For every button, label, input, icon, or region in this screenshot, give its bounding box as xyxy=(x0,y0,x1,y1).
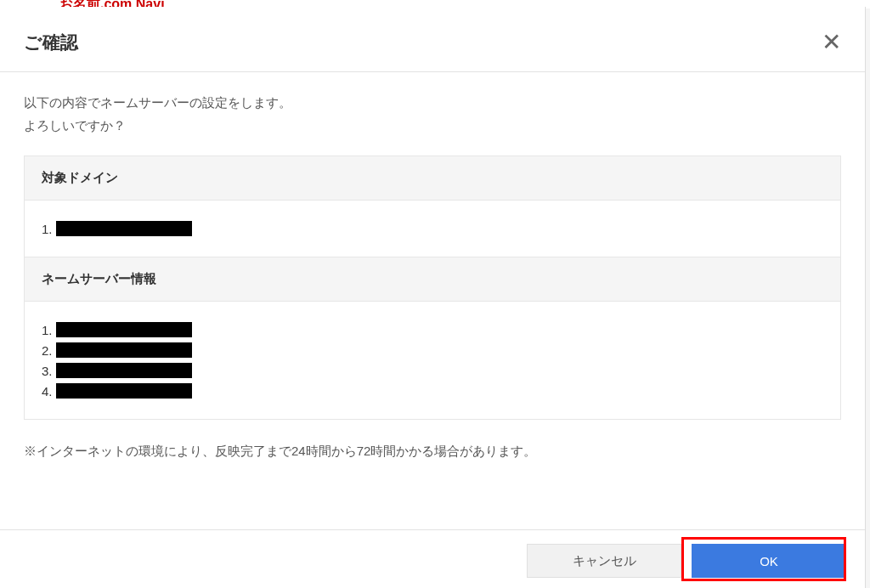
cancel-label: キャンセル xyxy=(573,553,636,569)
list-item: 4. xyxy=(42,383,823,399)
modal-title: ご確認 xyxy=(24,31,78,54)
modal-body: 以下の内容でネームサーバーの設定をします。 よろしいですか？ 対象ドメイン 1.… xyxy=(0,72,865,529)
item-number: 3. xyxy=(42,365,53,377)
confirm-line-1: 以下の内容でネームサーバーの設定をします。 xyxy=(24,91,841,114)
item-number: 1. xyxy=(42,324,53,336)
list-item: 1. xyxy=(42,221,823,236)
modal-footer: キャンセル OK xyxy=(0,529,865,588)
confirm-message: 以下の内容でネームサーバーの設定をします。 よろしいですか？ xyxy=(24,91,841,137)
list-item: 2. xyxy=(42,342,823,358)
redacted-value xyxy=(56,342,192,358)
redacted-value xyxy=(56,383,192,399)
item-number: 1. xyxy=(42,223,53,235)
item-number: 2. xyxy=(42,344,53,357)
redacted-value xyxy=(56,322,192,337)
confirm-line-2: よろしいですか？ xyxy=(24,114,841,137)
ok-button[interactable]: OK xyxy=(692,544,846,578)
redacted-value xyxy=(56,221,192,236)
close-icon[interactable]: ✕ xyxy=(822,31,841,54)
note-text: ※インターネットの環境により、反映完了まで24時間から72時間かかる場合がありま… xyxy=(24,444,841,460)
item-number: 4. xyxy=(42,385,53,398)
target-domain-header: 対象ドメイン xyxy=(25,156,840,201)
cancel-button[interactable]: キャンセル xyxy=(527,544,681,578)
list-item: 3. xyxy=(42,363,823,378)
target-domain-content: 1. xyxy=(25,201,840,257)
redacted-value xyxy=(56,363,192,378)
settings-section: 対象ドメイン 1. ネームサーバー情報 1. 2. 3. xyxy=(24,155,841,420)
nameserver-content: 1. 2. 3. 4. xyxy=(25,302,840,419)
list-item: 1. xyxy=(42,322,823,337)
modal-header: ご確認 ✕ xyxy=(0,7,865,72)
nameserver-header: ネームサーバー情報 xyxy=(25,257,840,302)
ok-label: OK xyxy=(760,554,778,568)
confirm-modal: ご確認 ✕ 以下の内容でネームサーバーの設定をします。 よろしいですか？ 対象ド… xyxy=(0,7,866,588)
